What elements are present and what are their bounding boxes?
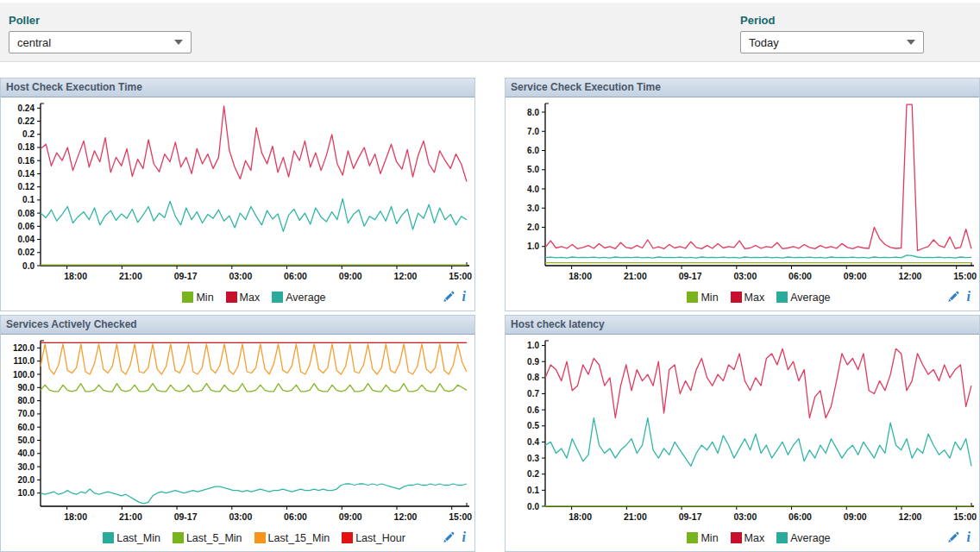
legend-label: Last_15_Min	[268, 532, 330, 544]
legend-label: Last_Hour	[355, 532, 405, 544]
legend-swatch-icon	[687, 292, 698, 303]
legend-item: Min	[687, 532, 718, 544]
svg-text:20.0: 20.0	[18, 475, 35, 485]
info-icon[interactable]: i	[462, 291, 466, 303]
svg-text:06:00: 06:00	[284, 271, 307, 281]
svg-text:7.0: 7.0	[527, 127, 539, 136]
legend-item: Last_Min	[103, 532, 160, 544]
svg-text:30.0: 30.0	[18, 462, 35, 472]
svg-text:21:00: 21:00	[119, 511, 142, 522]
svg-text:18:00: 18:00	[569, 511, 592, 522]
edit-graph-pencil-icon[interactable]	[947, 531, 959, 543]
legend-swatch-icon	[687, 532, 698, 543]
chevron-down-icon	[174, 40, 183, 45]
poller-label: Poller	[9, 14, 40, 27]
legend-swatch-icon	[173, 532, 184, 543]
info-icon[interactable]: i	[967, 291, 971, 303]
svg-text:80.0: 80.0	[18, 396, 35, 405]
svg-text:0.2: 0.2	[527, 469, 539, 479]
svg-text:10.0: 10.0	[18, 488, 35, 498]
svg-text:15:00: 15:00	[449, 511, 472, 522]
poller-selected-value: central	[17, 36, 51, 49]
svg-text:21:00: 21:00	[624, 271, 647, 281]
svg-text:0.24: 0.24	[18, 104, 35, 113]
svg-text:15:00: 15:00	[953, 511, 977, 522]
svg-text:06:00: 06:00	[284, 511, 307, 522]
svg-text:09:00: 09:00	[844, 511, 867, 522]
chart-legend: Last_MinLast_5_MinLast_15_MinLast_Hour	[97, 531, 411, 547]
info-icon[interactable]: i	[462, 531, 466, 543]
legend-label: Min	[196, 292, 213, 304]
chart-title: Host check latency	[506, 316, 979, 335]
legend-item: Average	[776, 532, 830, 544]
legend-item: Max	[226, 292, 261, 304]
legend-row: MinMaxAverage i	[1, 286, 474, 310]
svg-text:12:00: 12:00	[394, 511, 418, 522]
legend-swatch-icon	[776, 532, 788, 543]
chart-panel-service-check-execution-time: Service Check Execution Time 8.07.06.05.…	[505, 78, 980, 311]
legend-swatch-icon	[776, 292, 788, 303]
svg-text:5.0: 5.0	[527, 165, 539, 174]
legend-row: MinMaxAverage i	[506, 527, 979, 551]
chart-legend: MinMaxAverage	[681, 531, 836, 547]
period-label: Period	[740, 14, 775, 27]
legend-item: Last_Hour	[342, 532, 405, 544]
svg-text:0.9: 0.9	[527, 357, 539, 367]
legend-label: Average	[286, 292, 325, 304]
svg-text:0.02: 0.02	[18, 248, 35, 257]
period-select[interactable]: Today	[740, 31, 924, 53]
legend-label: Max	[744, 532, 765, 544]
legend-row: MinMaxAverage i	[506, 286, 979, 310]
svg-text:110.0: 110.0	[14, 356, 35, 366]
chart-title: Host Check Execution Time	[1, 78, 474, 97]
svg-text:0.1: 0.1	[527, 486, 539, 495]
svg-text:06:00: 06:00	[788, 271, 812, 281]
legend-label: Min	[700, 532, 718, 544]
svg-text:6.0: 6.0	[527, 146, 539, 155]
legend-item: Average	[272, 292, 325, 304]
svg-text:0.06: 0.06	[18, 222, 35, 231]
edit-graph-pencil-icon[interactable]	[443, 291, 455, 303]
svg-text:3.0: 3.0	[527, 204, 539, 213]
svg-text:100.0: 100.0	[13, 370, 35, 380]
legend-label: Last_Min	[116, 532, 160, 544]
chart-canvas[interactable]: 8.07.06.05.04.03.02.01.018:0021:0009-170…	[506, 97, 979, 286]
chevron-down-icon	[907, 40, 915, 45]
chart-canvas[interactable]: 120.0110.0100.090.080.070.060.050.040.03…	[1, 335, 474, 527]
svg-text:21:00: 21:00	[119, 271, 142, 281]
svg-text:60.0: 60.0	[18, 423, 35, 432]
edit-graph-pencil-icon[interactable]	[443, 531, 455, 543]
edit-graph-pencil-icon[interactable]	[947, 291, 959, 303]
svg-text:15:00: 15:00	[953, 271, 977, 281]
legend-label: Last_5_Min	[186, 532, 242, 544]
svg-text:03:00: 03:00	[229, 271, 252, 281]
svg-text:09:00: 09:00	[844, 271, 867, 281]
legend-label: Min	[700, 292, 718, 304]
svg-text:03:00: 03:00	[229, 511, 252, 522]
chart-legend: MinMaxAverage	[681, 291, 836, 306]
svg-text:90.0: 90.0	[18, 383, 35, 392]
svg-text:0.18: 0.18	[18, 142, 35, 152]
info-icon[interactable]: i	[967, 531, 971, 543]
legend-item: Min	[687, 292, 718, 304]
legend-label: Max	[240, 292, 261, 304]
poller-select[interactable]: central	[9, 31, 192, 53]
chart-legend: MinMaxAverage	[176, 291, 331, 306]
svg-text:09-17: 09-17	[174, 511, 198, 522]
svg-text:18:00: 18:00	[64, 511, 87, 522]
legend-swatch-icon	[182, 292, 193, 303]
svg-text:03:00: 03:00	[733, 511, 757, 522]
svg-text:03:00: 03:00	[733, 271, 757, 281]
chart-canvas[interactable]: 1.00.90.80.70.60.50.40.30.20.10.018:0021…	[506, 335, 979, 527]
legend-swatch-icon	[254, 532, 266, 543]
svg-text:0.2: 0.2	[22, 129, 35, 139]
svg-text:0.1: 0.1	[22, 195, 35, 204]
chart-canvas[interactable]: 0.240.220.20.180.160.140.120.10.080.060.…	[1, 97, 474, 286]
svg-text:0.4: 0.4	[527, 437, 539, 447]
chart-title: Services Actively Checked	[1, 316, 474, 335]
chart-panel-host-check-latency: Host check latency 1.00.90.80.70.60.50.4…	[505, 315, 980, 552]
chart-panel-services-actively-checked: Services Actively Checked 120.0110.0100.…	[0, 315, 475, 552]
legend-label: Max	[744, 292, 765, 304]
legend-item: Average	[776, 292, 830, 304]
svg-text:0.6: 0.6	[527, 405, 539, 415]
